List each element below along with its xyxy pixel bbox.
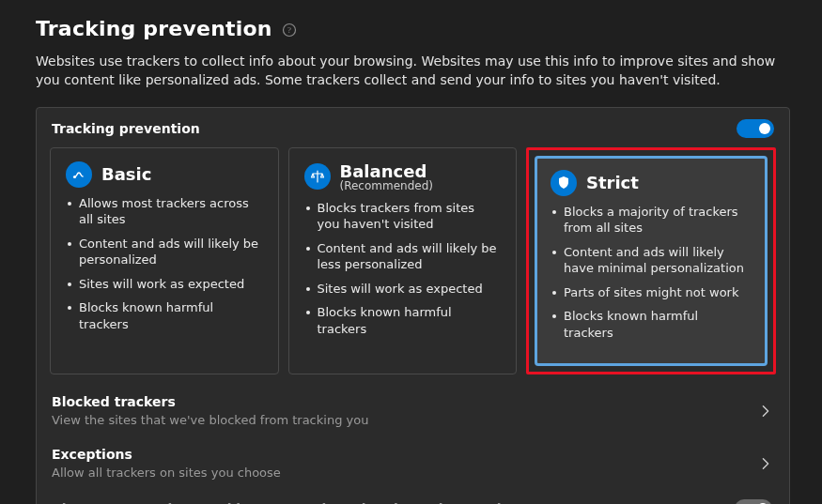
tracking-panel: Tracking prevention Basic Allows most tr…: [36, 107, 790, 504]
card-strict[interactable]: Strict Blocks a majority of trackers fro…: [535, 156, 768, 367]
feature-item: Content and ads will likely have minimal…: [551, 244, 752, 277]
help-icon[interactable]: ?: [282, 23, 297, 38]
card-subtitle: (Recommended): [340, 179, 433, 192]
feature-item: Content and ads will likely be personali…: [66, 236, 263, 268]
page-subtitle: Websites use trackers to collect info ab…: [36, 52, 778, 90]
feature-item: Blocks known harmful trackers: [304, 304, 502, 337]
feature-item: Blocks known harmful trackers: [551, 308, 752, 341]
feature-item: Blocks known harmful trackers: [66, 299, 263, 332]
basic-icon: [66, 161, 92, 188]
feature-item: Parts of sites might not work: [551, 284, 752, 301]
feature-item: Allows most trackers across all sites: [66, 195, 263, 228]
feature-item: Sites will work as expected: [66, 276, 263, 293]
card-title: Strict: [586, 173, 639, 192]
row-inprivate-strict[interactable]: Always use "Strict" tracking prevention …: [50, 485, 776, 504]
chevron-right-icon: [759, 405, 772, 418]
row-desc: View the sites that we've blocked from t…: [52, 413, 368, 427]
balanced-icon: [304, 163, 331, 190]
row-label: Exceptions: [52, 447, 281, 462]
card-basic[interactable]: Basic Allows most trackers across all si…: [50, 147, 279, 375]
page-title: Tracking prevention: [36, 17, 272, 40]
card-title: Balanced: [340, 161, 433, 181]
strict-icon: [551, 170, 577, 196]
tracking-toggle[interactable]: [737, 119, 774, 138]
row-exceptions[interactable]: Exceptions Allow all trackers on sites y…: [50, 433, 776, 483]
row-blocked-trackers[interactable]: Blocked trackers View the sites that we'…: [50, 380, 776, 431]
card-title: Basic: [101, 164, 151, 184]
row-desc: Allow all trackers on sites you choose: [52, 466, 281, 480]
card-balanced[interactable]: Balanced (Recommended) Blocks trackers f…: [288, 147, 518, 375]
feature-item: Sites will work as expected: [304, 281, 502, 298]
svg-point-2: [73, 175, 76, 177]
feature-item: Content and ads will likely be less pers…: [304, 240, 502, 273]
svg-text:?: ?: [287, 25, 291, 35]
row-label: Blocked trackers: [52, 394, 368, 409]
chevron-right-icon: [759, 457, 772, 470]
feature-item: Blocks trackers from sites you haven't v…: [304, 200, 502, 233]
inprivate-toggle[interactable]: [735, 499, 772, 504]
panel-title: Tracking prevention: [52, 121, 200, 136]
strict-highlight-frame: Strict Blocks a majority of trackers fro…: [526, 147, 776, 375]
feature-item: Blocks a majority of trackers from all s…: [551, 204, 752, 237]
